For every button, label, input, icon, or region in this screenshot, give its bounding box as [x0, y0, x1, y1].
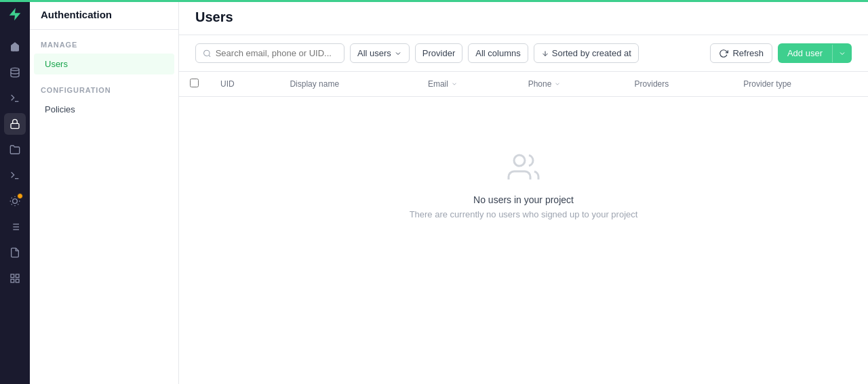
add-user-label: Add user [778, 43, 832, 63]
svg-rect-22 [11, 279, 14, 282]
email-column-header[interactable]: Email [417, 72, 517, 97]
page-title: Users [195, 9, 233, 25]
svg-line-12 [18, 198, 18, 198]
app-logo[interactable] [7, 7, 22, 25]
sort-filter[interactable]: Sorted by created at [534, 43, 639, 63]
main-content: Users All users Provider All columns Sor… [179, 0, 868, 384]
provider-filter[interactable]: Provider [415, 43, 462, 63]
providers-column-header[interactable]: Providers [624, 72, 733, 97]
empty-state-icon [507, 151, 540, 186]
add-user-button[interactable]: Add user [778, 43, 852, 63]
functions-icon[interactable] [4, 165, 26, 186]
notifications-icon[interactable] [4, 190, 26, 212]
sidebar-item-policies[interactable]: Policies [34, 99, 174, 120]
svg-rect-19 [11, 274, 14, 278]
sidebar-item-users[interactable]: Users [34, 54, 174, 74]
svg-rect-2 [11, 123, 19, 128]
users-table-container: UID Display name Email [179, 72, 868, 384]
search-box[interactable] [195, 43, 344, 63]
toolbar: All users Provider All columns Sorted by… [179, 35, 868, 72]
refresh-button[interactable]: Refresh [710, 43, 772, 63]
uid-column-header[interactable]: UID [210, 72, 279, 97]
phone-column-header[interactable]: Phone [517, 72, 624, 97]
display-name-column-header[interactable]: Display name [279, 72, 417, 97]
storage-icon[interactable] [4, 139, 26, 161]
users-table: UID Display name Email [179, 72, 868, 97]
refresh-icon [719, 49, 728, 58]
svg-line-7 [12, 198, 12, 198]
chevron-down-icon [838, 49, 846, 58]
empty-state: No users in your project There are curre… [179, 97, 868, 274]
sort-icon [541, 49, 549, 58]
auth-icon[interactable] [4, 113, 26, 135]
home-icon[interactable] [4, 36, 26, 58]
svg-line-11 [12, 204, 12, 205]
svg-point-26 [514, 155, 525, 166]
reports-icon[interactable] [4, 242, 26, 263]
top-accent-bar [0, 0, 868, 2]
search-input[interactable] [216, 48, 337, 58]
sidebar-title: Authentication [41, 9, 112, 20]
empty-state-title: No users in your project [473, 194, 574, 205]
empty-state-subtitle: There are currently no users who signed … [410, 209, 638, 219]
sidebar-section-manage: MANAGE [30, 30, 178, 53]
email-sort-icon [451, 81, 458, 87]
page-header: Users [179, 0, 868, 35]
svg-point-23 [204, 50, 210, 56]
icon-rail [0, 0, 30, 384]
terminal-icon[interactable] [4, 87, 26, 109]
database-icon[interactable] [4, 62, 26, 83]
extensions-icon[interactable] [4, 268, 26, 289]
select-all-checkbox[interactable] [190, 79, 199, 87]
phone-sort-icon [554, 81, 561, 87]
svg-point-0 [11, 68, 19, 70]
checkbox-column [179, 72, 210, 97]
svg-line-24 [209, 55, 210, 56]
provider-type-column-header[interactable]: Provider type [732, 72, 868, 97]
svg-rect-21 [16, 279, 19, 282]
columns-filter[interactable]: All columns [468, 43, 528, 63]
svg-line-8 [18, 204, 18, 205]
search-icon [203, 49, 212, 58]
svg-point-4 [13, 199, 18, 204]
chevron-down-icon [394, 49, 402, 58]
sidebar: Authentication MANAGE Users CONFIGURATIO… [30, 0, 179, 384]
add-user-chevron[interactable] [832, 45, 852, 62]
all-users-filter[interactable]: All users [350, 43, 410, 63]
sidebar-header: Authentication [30, 0, 178, 30]
sidebar-section-configuration: CONFIGURATION [30, 75, 178, 98]
table-header-row: UID Display name Email [179, 72, 868, 97]
logs-icon[interactable] [4, 216, 26, 238]
svg-rect-20 [16, 274, 19, 278]
